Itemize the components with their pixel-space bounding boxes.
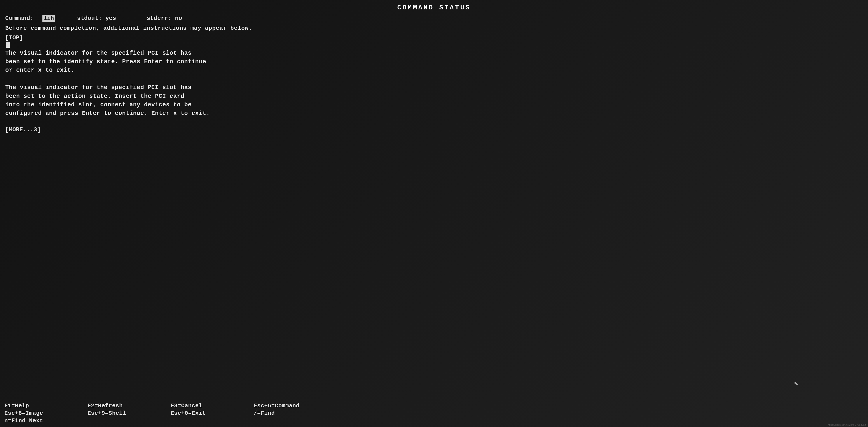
content-block-1: The visual indicator for the specified P… xyxy=(4,49,864,75)
footer-row-3: n=Find Next xyxy=(4,417,864,424)
footer: F1=Help F2=Refresh F3=Cancel Esc+6=Comma… xyxy=(4,401,864,425)
header-row: Command: lih stdout: yes stderr: no xyxy=(4,15,864,22)
cursor-block xyxy=(6,41,10,48)
content-block-2: The visual indicator for the specified P… xyxy=(4,83,864,118)
title-bar: COMMAND STATUS xyxy=(4,2,864,11)
command-value: lih xyxy=(42,15,55,22)
instruction-line: Before command completion, additional in… xyxy=(4,25,864,31)
spacer2 xyxy=(4,122,864,126)
more-marker: [MORE...3] xyxy=(4,126,864,133)
footer-esc6[interactable]: Esc+6=Command xyxy=(254,402,345,409)
watermark: https://blog.csdn.net/lin0_37882262 xyxy=(828,424,866,426)
block2-line3: into the identified slot, connect any de… xyxy=(5,101,864,109)
footer-find[interactable]: /=Find xyxy=(254,410,345,417)
block2-line1: The visual indicator for the specified P… xyxy=(5,83,864,92)
top-marker: [TOP] xyxy=(4,35,864,48)
block2-line4: configured and press Enter to continue. … xyxy=(5,109,864,118)
footer-row-2: Esc+8=Image Esc+9=Shell Esc+0=Exit /=Fin… xyxy=(4,410,864,417)
command-label: Command: xyxy=(5,15,34,22)
block2-line2: been set to the action state. Insert the… xyxy=(5,92,864,101)
block1-line1: The visual indicator for the specified P… xyxy=(5,49,864,58)
footer-f3[interactable]: F3=Cancel xyxy=(170,402,254,409)
spacer xyxy=(4,79,864,83)
footer-esc8[interactable]: Esc+8=Image xyxy=(4,410,88,417)
stdout-label: stdout: yes xyxy=(77,15,116,22)
terminal-screen: COMMAND STATUS Command: lih stdout: yes … xyxy=(0,0,868,427)
footer-f1[interactable]: F1=Help xyxy=(4,402,88,409)
footer-row-1: F1=Help F2=Refresh F3=Cancel Esc+6=Comma… xyxy=(4,402,864,409)
block1-line2: been set to the identify state. Press En… xyxy=(5,58,864,66)
footer-esc0[interactable]: Esc+0=Exit xyxy=(170,410,254,417)
block1-line3: or enter x to exit. xyxy=(5,66,864,75)
footer-f2[interactable]: F2=Refresh xyxy=(88,402,170,409)
title-text: COMMAND STATUS xyxy=(397,4,471,11)
footer-n-find[interactable]: n=Find Next xyxy=(4,417,88,424)
stderr-label: stderr: no xyxy=(147,15,182,22)
footer-esc9[interactable]: Esc+9=Shell xyxy=(88,410,170,417)
